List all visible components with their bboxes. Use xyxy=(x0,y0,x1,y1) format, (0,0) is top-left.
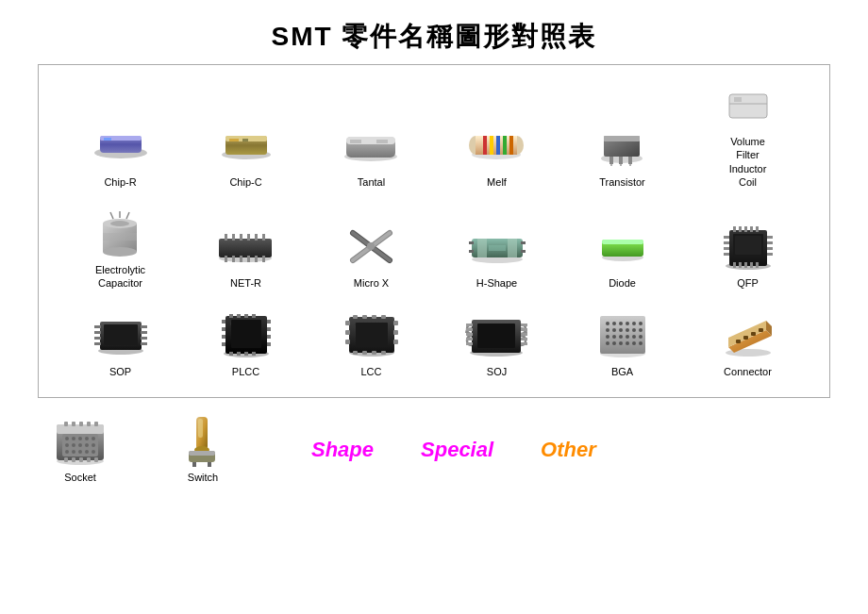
item-bga: BGA xyxy=(559,305,685,383)
svg-rect-148 xyxy=(356,323,388,347)
svg-rect-7 xyxy=(229,139,239,141)
svg-rect-49 xyxy=(240,234,242,241)
svg-rect-108 xyxy=(141,342,147,345)
svg-rect-138 xyxy=(362,351,367,355)
page-title: SMT 零件名稱圖形對照表 xyxy=(0,0,868,64)
svg-rect-206 xyxy=(64,457,68,462)
item-transistor: Transistor xyxy=(559,75,685,193)
item-switch: Switch xyxy=(170,415,236,484)
svg-rect-86 xyxy=(750,262,753,268)
shape-label: Shape xyxy=(311,438,374,462)
connector-label: Connector xyxy=(724,365,772,378)
svg-rect-118 xyxy=(237,352,241,356)
svg-rect-116 xyxy=(252,314,256,318)
item-h-shape: H-Shape xyxy=(434,203,559,295)
tantal-label: Tantal xyxy=(358,175,385,189)
item-melf: Melf xyxy=(434,75,559,193)
svg-rect-201 xyxy=(64,422,68,426)
svg-rect-127 xyxy=(267,335,271,339)
net-r-label: NET-R xyxy=(230,276,261,290)
svg-rect-194 xyxy=(743,336,748,340)
svg-rect-196 xyxy=(759,328,763,332)
svg-rect-203 xyxy=(79,422,83,426)
svg-rect-135 xyxy=(372,315,376,319)
item-socket: Socket xyxy=(47,415,113,484)
svg-point-218 xyxy=(78,443,82,447)
svg-rect-67 xyxy=(508,239,517,257)
electrolytic-label: Electrolytic Capacitor xyxy=(95,263,145,290)
svg-line-41 xyxy=(110,212,113,219)
svg-rect-91 xyxy=(724,253,729,256)
svg-rect-156 xyxy=(466,338,473,340)
svg-rect-35 xyxy=(734,97,742,102)
svg-rect-13 xyxy=(376,140,388,143)
svg-rect-54 xyxy=(232,256,235,262)
svg-point-222 xyxy=(72,450,75,454)
svg-rect-104 xyxy=(94,342,101,345)
svg-rect-83 xyxy=(733,262,736,268)
chip-c-label: Chip-C xyxy=(229,175,261,189)
svg-rect-161 xyxy=(521,338,527,340)
svg-rect-12 xyxy=(350,140,361,143)
svg-rect-107 xyxy=(141,337,147,340)
svg-point-214 xyxy=(85,437,89,440)
item-tantal: Tantal xyxy=(309,75,434,193)
item-net-r: NET-R xyxy=(183,203,309,295)
component-grid: Chip-R xyxy=(58,75,810,383)
svg-rect-145 xyxy=(393,330,398,335)
svg-rect-56 xyxy=(247,256,250,262)
svg-rect-159 xyxy=(521,328,527,331)
svg-point-174 xyxy=(632,328,636,332)
svg-rect-164 xyxy=(600,316,645,354)
transistor-label: Transistor xyxy=(599,175,645,189)
svg-point-217 xyxy=(72,443,75,447)
item-sop: SOP xyxy=(58,305,183,383)
svg-rect-195 xyxy=(751,332,756,336)
svg-rect-84 xyxy=(739,262,742,268)
svg-point-166 xyxy=(612,322,616,325)
svg-rect-66 xyxy=(477,239,487,257)
item-soj: SOJ xyxy=(434,305,559,383)
svg-rect-93 xyxy=(767,241,773,244)
item-electrolytic: Electrolytic Capacitor xyxy=(58,203,183,295)
svg-point-213 xyxy=(78,437,82,440)
svg-rect-157 xyxy=(466,342,473,345)
svg-rect-79 xyxy=(739,226,742,232)
svg-point-183 xyxy=(626,341,629,345)
svg-point-186 xyxy=(639,328,643,332)
svg-rect-160 xyxy=(521,333,527,336)
main-box: Chip-R xyxy=(38,64,830,398)
svg-rect-69 xyxy=(469,241,474,244)
svg-rect-98 xyxy=(735,236,761,255)
svg-rect-208 xyxy=(79,457,83,462)
svg-point-177 xyxy=(619,335,623,339)
micro-x-label: Micro X xyxy=(354,276,389,290)
svg-rect-19 xyxy=(483,136,487,155)
svg-rect-126 xyxy=(267,327,271,331)
svg-point-181 xyxy=(612,341,616,345)
svg-point-165 xyxy=(606,322,609,325)
svg-rect-71 xyxy=(521,241,526,244)
category-labels: Shape Special Other xyxy=(311,438,596,462)
svg-point-219 xyxy=(85,443,89,447)
svg-rect-85 xyxy=(744,262,747,268)
svg-rect-103 xyxy=(94,337,101,340)
item-volume-filter: Volume Filter Inductor Coil xyxy=(685,75,810,193)
svg-rect-120 xyxy=(252,352,256,356)
switch-label: Switch xyxy=(188,471,218,484)
svg-rect-114 xyxy=(237,314,241,318)
svg-rect-152 xyxy=(477,324,515,348)
svg-rect-209 xyxy=(87,457,91,462)
special-label: Special xyxy=(421,438,493,462)
svg-rect-29 xyxy=(628,157,632,164)
svg-point-212 xyxy=(72,437,75,440)
qfp-label: QFP xyxy=(737,276,759,290)
svg-rect-140 xyxy=(381,351,386,355)
svg-rect-88 xyxy=(724,236,729,239)
svg-rect-158 xyxy=(521,324,527,326)
item-chip-c: Chip-C xyxy=(183,75,309,193)
svg-rect-205 xyxy=(94,422,98,426)
svg-rect-90 xyxy=(724,247,729,250)
svg-rect-101 xyxy=(94,325,101,328)
svg-rect-128 xyxy=(267,342,271,346)
